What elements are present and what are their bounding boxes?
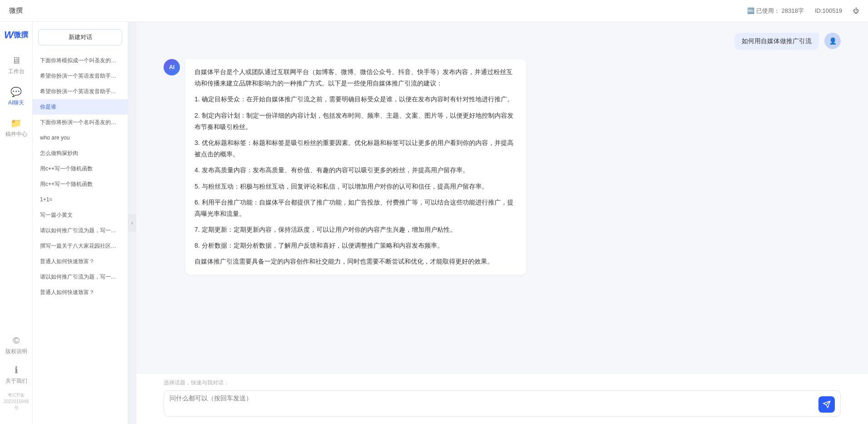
ai-message: AI 自媒体平台是个人或团队通过互联网平台（如博客、微博、微信公众号、抖音、快手… <box>164 59 841 275</box>
ai-response-paragraph: 自媒体推广引流需要具备一定的内容创作和社交能力，同时也需要不断尝试和优化，才能取… <box>195 256 517 267</box>
ai-chat-icon: 💬 <box>10 86 22 97</box>
nav-item-about[interactable]: ℹ 关于我们 <box>0 361 32 389</box>
topbar-usage: 🔤 已使用： 28318字 <box>747 7 804 15</box>
topbar-title: 微撰 <box>9 6 747 15</box>
nav-items: 🖥 工作台 💬 AI聊天 📁 稿件中心 <box>0 52 32 332</box>
history-item[interactable]: 写一篇小黄文 <box>33 207 128 223</box>
ai-response-paragraph: 2. 制定内容计划：制定一份详细的内容计划，包括发布时间、频率、主题、文案、图片… <box>195 110 517 133</box>
usage-icon: 🔤 <box>747 7 754 14</box>
topbar: 微撰 🔤 已使用： 28318字 ID:100519 ⏻ <box>0 0 868 22</box>
nav-item-workbench[interactable]: 🖥 工作台 <box>0 52 32 79</box>
nav-item-copyright[interactable]: © 版权说明 <box>0 332 32 359</box>
logo-area: W 微撰 <box>4 29 28 41</box>
send-icon <box>823 400 831 409</box>
user-avatar: 👤 <box>824 33 841 49</box>
workbench-icon: 🖥 <box>12 55 21 66</box>
quick-topics-label: 选择话题，快速与我对话： <box>164 379 841 387</box>
chat-main: 👤 如何用自媒体做推广引流 AI 自媒体平台是个人或团队通过互联网平台（如博客、… <box>136 22 868 424</box>
history-item[interactable]: 下面你将扮演一个名叫圣友的医生 <box>33 115 128 130</box>
left-nav: W 微撰 🖥 工作台 💬 AI聊天 📁 稿件中心 © 版权说明 ℹ <box>0 22 33 424</box>
nav-label-ai-chat: AI聊天 <box>8 99 24 107</box>
ai-response-paragraph: 6. 利用平台推广功能：自媒体平台都提供了推广功能，如广告投放、付费推广等，可以… <box>195 197 517 219</box>
history-item[interactable]: 普通人如何快速致富？ <box>33 254 128 269</box>
history-item[interactable]: 请以如何推广引流为题，写一篇大纲 <box>33 269 128 284</box>
history-item[interactable]: 你是谁 <box>33 99 128 115</box>
ai-response-paragraph: 4. 发布高质量内容：发布高质量、有价值、有趣的内容可以吸引更多的粉丝，并提高用… <box>195 165 517 176</box>
copyright-icon: © <box>13 335 20 346</box>
logout-icon[interactable]: ⏻ <box>853 7 859 14</box>
history-item[interactable]: 请以如何推广引流为题，写一篇大纲 <box>33 223 128 238</box>
nav-item-ai-chat[interactable]: 💬 AI聊天 <box>0 83 32 110</box>
ai-response-paragraph: 3. 优化标题和标签：标题和标签是吸引粉丝的重要因素。优化标题和标签可以让更多的… <box>195 137 517 160</box>
collapse-toggle[interactable]: ‹ <box>128 214 136 232</box>
history-item[interactable]: who are you <box>33 130 128 145</box>
usage-value: 28318字 <box>782 7 804 15</box>
history-list: 下面你将模拟成一个叫圣友的程序员、我说...希望你扮演一个英语发音助手，我提供给… <box>33 51 128 424</box>
chat-input-area: 选择话题，快速与我对话： <box>136 373 868 424</box>
message-input[interactable] <box>170 394 815 413</box>
about-icon: ℹ <box>15 364 18 375</box>
usage-label: 已使用： <box>756 7 780 15</box>
chat-sidebar: 新建对话 下面你将模拟成一个叫圣友的程序员、我说...希望你扮演一个英语发音助手… <box>33 22 128 424</box>
nav-label-copyright: 版权说明 <box>5 348 27 355</box>
history-item[interactable]: 普通人如何快速致富？ <box>33 284 128 300</box>
main-layout: W 微撰 🖥 工作台 💬 AI聊天 📁 稿件中心 © 版权说明 ℹ <box>0 22 868 424</box>
history-item[interactable]: 1+1= <box>33 192 128 207</box>
drafts-icon: 📁 <box>10 118 22 129</box>
icp-text: 粤ICP备2022015948号 <box>0 390 32 413</box>
ai-bubble: 自媒体平台是个人或团队通过互联网平台（如博客、微博、微信公众号、抖音、快手等）发… <box>185 59 526 275</box>
user-message: 👤 如何用自媒体做推广引流 <box>164 33 841 50</box>
history-item[interactable]: 希望你扮演一个英语发音助手，我提供给你... <box>33 84 128 99</box>
send-button[interactable] <box>818 396 835 413</box>
ai-response-paragraph: 5. 与粉丝互动：积极与粉丝互动，回复评论和私信，可以增加用户对你的认可和信任，… <box>195 181 517 192</box>
nav-item-drafts[interactable]: 📁 稿件中心 <box>0 114 32 142</box>
history-item[interactable]: 下面你将模拟成一个叫圣友的程序员、我说... <box>33 53 128 68</box>
ai-avatar: AI <box>164 59 180 75</box>
history-item[interactable]: 希望你扮演一个英语发音助手，我提供给你... <box>33 68 128 84</box>
nav-label-workbench: 工作台 <box>8 68 25 75</box>
nav-label-about: 关于我们 <box>5 377 27 385</box>
logo-w: W <box>4 29 14 41</box>
ai-response-paragraph: 8. 分析数据：定期分析数据，了解用户反馈和喜好，以便调整推广策略和内容发布频率… <box>195 240 517 251</box>
topbar-right: 🔤 已使用： 28318字 ID:100519 ⏻ <box>747 7 859 15</box>
nav-bottom: © 版权说明 ℹ 关于我们 粤ICP备2022015948号 <box>0 332 32 417</box>
ai-response-paragraph: 1. 确定目标受众：在开始自媒体推广引流之前，需要明确目标受众是谁，以便在发布内… <box>195 94 517 105</box>
history-item[interactable]: 怎么做狗屎炒肉 <box>33 145 128 161</box>
history-item[interactable]: 用c++写一个随机函数 <box>33 176 128 192</box>
history-item[interactable]: 撰写一篇关于八大家花园社区一刻钟便民生... <box>33 238 128 254</box>
input-box <box>164 390 841 417</box>
ai-response-paragraph: 7. 定期更新：定期更新内容，保持活跃度，可以让用户对你的内容产生兴趣，增加用户… <box>195 224 517 235</box>
chat-messages: 👤 如何用自媒体做推广引流 AI 自媒体平台是个人或团队通过互联网平台（如博客、… <box>136 22 868 373</box>
user-bubble: 如何用自媒体做推广引流 <box>734 33 819 50</box>
new-chat-button[interactable]: 新建对话 <box>38 29 122 45</box>
history-item[interactable]: 用c++写一个随机函数 <box>33 161 128 176</box>
logo-text: 微撰 <box>14 30 28 40</box>
topbar-id: ID:100519 <box>815 7 842 14</box>
ai-response-paragraph: 自媒体平台是个人或团队通过互联网平台（如博客、微博、微信公众号、抖音、快手等）发… <box>195 66 517 89</box>
nav-label-drafts: 稿件中心 <box>5 130 27 138</box>
